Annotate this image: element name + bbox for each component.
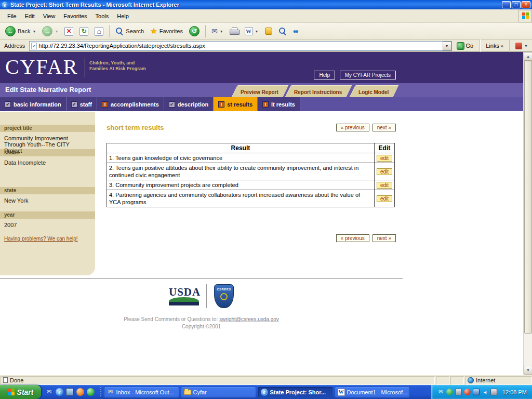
minimize-button[interactable]: — [502,1,511,8]
go-button[interactable]: → Go [454,42,476,50]
tray-network-icon[interactable] [473,389,480,395]
menu-favorites[interactable]: Favorites [59,11,91,21]
edit-with-word-button[interactable]: W ▼ [243,26,261,36]
quicklaunch-media-player-icon[interactable] [76,388,84,396]
tab-basic-information[interactable]: basic information [0,97,66,111]
csrees-logo: CSREES [214,284,234,308]
sidebar-label-project-title: project title [0,125,95,132]
task-button-cyfar-folder[interactable]: Cyfar [181,387,256,398]
address-input[interactable] [38,43,442,49]
tab-logic-model[interactable]: Logic Model [349,85,399,97]
previous-button-bottom[interactable]: « previous [336,234,369,242]
discuss-button[interactable]: ●● [291,26,300,36]
quicklaunch-messenger-icon[interactable] [87,388,95,396]
favorites-star-icon: ★ [150,26,157,36]
having-problems-link[interactable]: Having problems? We can help! [4,236,78,242]
forward-dropdown-icon[interactable]: ▼ [55,30,58,33]
history-button[interactable]: ↺ [187,25,202,37]
address-separator [480,39,480,52]
search-icon [115,27,124,35]
window-title: State Project: Short Term Results - Micr… [10,2,179,8]
tab-lt-results[interactable]: lt results [258,97,300,111]
edit-button-row-3[interactable]: edit [377,182,392,189]
search-button[interactable]: Search [113,26,146,36]
alert-icon [218,101,224,108]
my-cyfar-projects-button[interactable]: My CYFAR Projects [340,71,396,79]
scroll-up-button[interactable]: ▲ [524,52,532,61]
home-icon: ⌂ [95,27,103,36]
tab-st-results[interactable]: st results [214,97,258,111]
scrollbar-thumb[interactable] [524,61,532,334]
tab-report-instructions[interactable]: Report Instructions [285,85,352,97]
toolbar-separator [109,25,110,37]
previous-button-top[interactable]: « previous [336,124,369,131]
forward-button[interactable]: → ▼ [40,25,60,37]
taskbar: Start ✉ e ✉ Inbox - Microsoft Out... Cyf… [0,385,532,399]
quicklaunch-ie-icon[interactable]: e [56,388,63,396]
task-button-state-project[interactable]: e State Project: Shor... [258,387,333,398]
back-button[interactable]: ← Back ▼ [3,25,38,37]
edit-button-row-4[interactable]: edit [377,195,392,202]
back-dropdown-icon[interactable]: ▼ [32,30,36,33]
mail-dropdown-icon[interactable]: ▼ [220,30,223,33]
result-column-header: Result [107,143,375,153]
address-dropdown-button[interactable]: ▼ [443,42,451,50]
print-button[interactable] [228,26,241,36]
scroll-down-button[interactable]: ▼ [524,366,532,375]
tray-mail-icon[interactable]: ✉ [437,389,444,395]
section-tab-bar: basic information staff accomplishments … [0,97,523,111]
vertical-scrollbar[interactable]: ▲ ▼ [523,52,532,375]
quicklaunch-mail-icon[interactable]: ✉ [45,388,53,396]
tray-utility-icon[interactable] [455,389,462,395]
sidebar-label-state: state [0,187,95,194]
addon-button[interactable]: ▼ [513,42,530,50]
research-button[interactable] [276,26,289,36]
tray-volume-icon[interactable]: ◄ [482,389,488,395]
tray-alert-icon[interactable] [464,389,471,395]
maximize-button[interactable]: □ [512,1,521,8]
tray-antivirus-icon[interactable] [446,389,453,395]
help-button[interactable]: Help [314,71,335,79]
sidebar-value-state: New York [0,194,95,211]
home-button[interactable]: ⌂ [92,26,105,37]
next-button-top[interactable]: next » [373,124,396,131]
edit-column-header: Edit [374,143,394,153]
messenger-button[interactable] [263,26,274,36]
table-row: 4. Partnering agencies and community col… [107,190,395,207]
word-dropdown-icon[interactable]: ▼ [255,30,259,33]
contact-email-link[interactable]: swright@csrees.usda.gov [219,316,279,322]
task-button-outlook[interactable]: ✉ Inbox - Microsoft Out... [104,387,179,398]
edit-button-row-2[interactable]: edit [377,168,392,175]
tab-accomplishments[interactable]: accomplishments [97,97,164,111]
menu-tools[interactable]: Tools [91,11,113,21]
menu-edit[interactable]: Edit [21,11,39,21]
address-separator [509,39,510,52]
alert-icon [102,101,108,108]
tab-description[interactable]: description [164,97,214,111]
logo-divider [206,284,207,308]
sidebar-label-year: year [0,211,95,219]
menu-help[interactable]: Help [113,11,133,21]
folder-icon [184,390,191,395]
addon-dropdown-icon[interactable]: ▼ [524,44,528,48]
menu-bar: File Edit View Favorites Tools Help [0,9,532,23]
start-button[interactable]: Start [0,385,41,399]
menu-view[interactable]: View [39,11,60,21]
mail-button[interactable]: ✉ ▼ [209,26,225,36]
next-button-bottom[interactable]: next » [373,234,396,242]
refresh-button[interactable]: ↻ [77,26,90,37]
stop-button[interactable]: ✕ [62,26,75,37]
quicklaunch-show-desktop-icon[interactable] [66,388,74,396]
favorites-button[interactable]: ★ Favorites [148,25,185,37]
history-icon: ↺ [189,26,200,36]
tab-staff[interactable]: staff [66,97,97,111]
links-button[interactable]: Links » [484,43,506,49]
close-button[interactable]: × [522,1,530,8]
edit-button-row-1[interactable]: edit [377,155,392,162]
table-row: 3. Community improvement projects are co… [107,180,395,190]
tab-preview-report[interactable]: Preview Report [231,85,288,97]
page-done-icon [3,377,8,383]
task-button-word-document[interactable]: W Document1 - Microsof... [335,387,410,398]
tray-device-icon[interactable] [490,389,497,395]
menu-file[interactable]: File [3,11,21,21]
